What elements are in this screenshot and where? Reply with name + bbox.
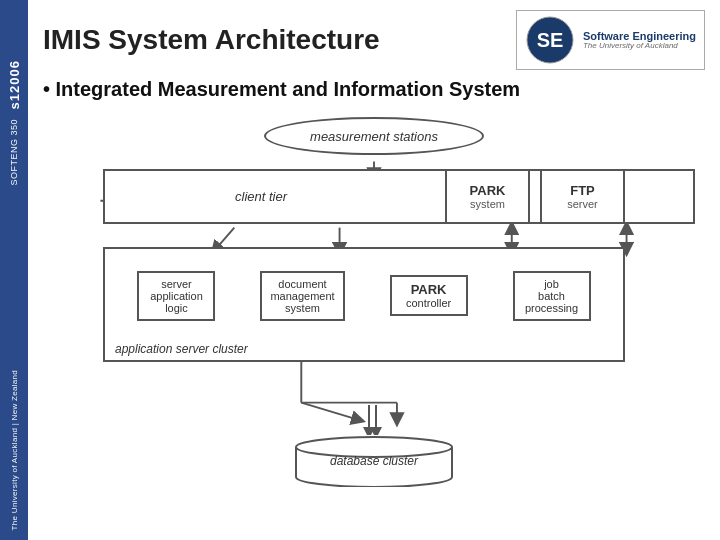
job-batch-label: jobbatchprocessing (525, 278, 578, 314)
se-university-label: The University of Auckland (583, 42, 696, 51)
doc-mgmt-label: documentmanagementsystem (270, 278, 334, 314)
job-batch-box: jobbatchprocessing (513, 271, 591, 321)
se-logo-icon: SE (525, 15, 575, 65)
svg-text:database cluster: database cluster (330, 454, 419, 468)
park-system-title: PARK (470, 183, 506, 198)
server-app-logic-label: serverapplicationlogic (150, 278, 203, 314)
park-controller-sub: controller (400, 297, 458, 309)
se-logo: SE Software Engineering The University o… (516, 10, 705, 70)
measurement-stations-oval: measurement stations (264, 117, 484, 155)
svg-line-11 (301, 403, 358, 420)
architecture-diagram: measurement stations client tier PARK sy… (43, 117, 705, 497)
ftp-server-box: FTP server (540, 169, 625, 224)
park-system-subtitle: system (470, 198, 505, 210)
subtitle: • Integrated Measurement and Information… (43, 78, 705, 101)
ftp-subtitle: server (567, 198, 598, 210)
sidebar: s12006 SOFTENG 350 The University of Auc… (0, 0, 28, 540)
server-app-logic-box: serverapplicationlogic (137, 271, 215, 321)
park-controller-title: PARK (400, 282, 458, 297)
app-cluster-label: application server cluster (115, 342, 248, 356)
se-software-label: Software Engineering (583, 30, 696, 42)
database-cluster: database cluster (294, 427, 454, 487)
client-tier-label: client tier (235, 189, 287, 204)
measurement-stations-label: measurement stations (310, 129, 438, 144)
park-system-box: PARK system (445, 169, 530, 224)
ftp-title: FTP (570, 183, 595, 198)
header: IMIS System Architecture SE Software Eng… (43, 10, 705, 70)
page-title: IMIS System Architecture (43, 24, 380, 56)
main-content: IMIS System Architecture SE Software Eng… (28, 0, 720, 540)
svg-text:SE: SE (537, 29, 564, 51)
sidebar-course: SOFTENG 350 (9, 119, 19, 186)
database-cylinder-svg: database cluster (294, 427, 454, 487)
doc-mgmt-box: documentmanagementsystem (260, 271, 344, 321)
se-logo-text-block: Software Engineering The University of A… (583, 30, 696, 51)
sidebar-university: The University of Auckland | New Zealand (10, 370, 19, 530)
app-server-cluster-box: serverapplicationlogic documentmanagemen… (103, 247, 625, 362)
sidebar-year: s12006 (7, 60, 22, 109)
park-controller-box: PARK controller (390, 275, 468, 316)
